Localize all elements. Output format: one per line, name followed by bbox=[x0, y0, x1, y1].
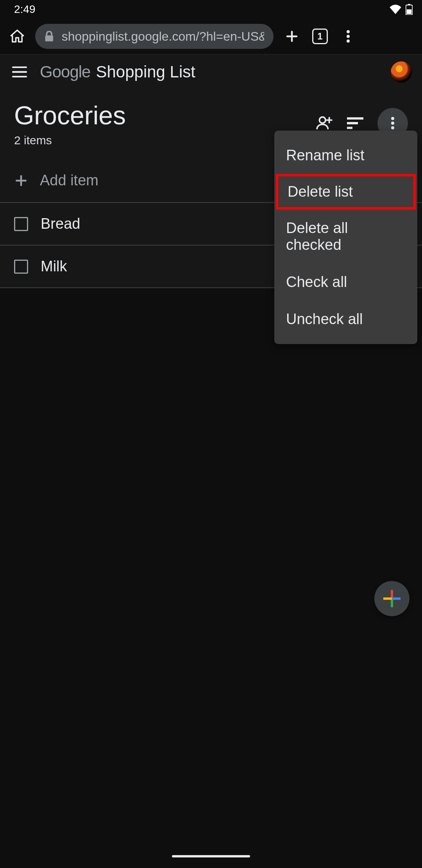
item-label: Bread bbox=[41, 215, 80, 232]
lock-icon bbox=[45, 31, 54, 42]
app-title-group: Google Shopping List bbox=[40, 63, 195, 81]
menu-check-all[interactable]: Check all bbox=[274, 264, 417, 301]
svg-point-9 bbox=[391, 122, 394, 125]
google-plus-icon bbox=[383, 590, 401, 607]
sort-button[interactable] bbox=[347, 117, 363, 129]
svg-point-7 bbox=[319, 117, 325, 123]
menu-rename-list[interactable]: Rename list bbox=[274, 137, 417, 174]
menu-delete-checked[interactable]: Delete all checked bbox=[274, 210, 417, 264]
app-header: Google Shopping List bbox=[0, 54, 422, 89]
hamburger-menu-button[interactable] bbox=[10, 66, 29, 77]
svg-point-10 bbox=[391, 126, 394, 129]
svg-point-4 bbox=[347, 30, 350, 33]
app-title: Shopping List bbox=[96, 63, 195, 81]
browser-toolbar: shoppinglist.google.com/?hl=en-US& 1 bbox=[0, 19, 422, 54]
system-nav-bar bbox=[0, 845, 422, 868]
browser-menu-button[interactable] bbox=[338, 29, 358, 43]
svg-rect-1 bbox=[408, 4, 410, 5]
plus-icon bbox=[285, 29, 299, 43]
menu-uncheck-all[interactable]: Uncheck all bbox=[274, 301, 417, 338]
svg-rect-3 bbox=[45, 35, 53, 41]
fab-add-list-button[interactable] bbox=[374, 581, 409, 616]
url-bar[interactable]: shoppinglist.google.com/?hl=en-US& bbox=[35, 24, 274, 49]
menu-delete-list[interactable]: Delete list bbox=[276, 174, 416, 210]
list-options-menu: Rename list Delete list Delete all check… bbox=[274, 131, 417, 344]
svg-point-8 bbox=[391, 117, 394, 120]
google-logo: Google bbox=[40, 63, 90, 81]
status-icons bbox=[389, 4, 413, 15]
list-title: Groceries bbox=[14, 102, 316, 128]
tabs-button[interactable]: 1 bbox=[310, 29, 330, 44]
svg-rect-2 bbox=[407, 9, 412, 14]
url-text: shoppinglist.google.com/?hl=en-US& bbox=[62, 29, 264, 44]
item-checkbox[interactable] bbox=[14, 260, 28, 274]
new-tab-button[interactable] bbox=[282, 29, 302, 43]
nav-handle[interactable] bbox=[172, 855, 250, 857]
person-add-icon bbox=[316, 115, 333, 131]
svg-point-6 bbox=[347, 39, 350, 43]
list-item-count: 2 items bbox=[14, 134, 316, 147]
more-vert-icon bbox=[391, 117, 394, 130]
item-checkbox[interactable] bbox=[14, 217, 28, 231]
svg-point-5 bbox=[347, 35, 350, 38]
battery-icon bbox=[406, 4, 413, 15]
more-vert-icon bbox=[347, 29, 350, 43]
item-label: Milk bbox=[41, 258, 67, 275]
browser-home-button[interactable] bbox=[8, 28, 27, 45]
home-icon bbox=[9, 28, 25, 45]
tab-count: 1 bbox=[312, 29, 328, 44]
status-time: 2:49 bbox=[14, 3, 36, 16]
status-bar: 2:49 bbox=[0, 0, 422, 19]
sort-icon bbox=[347, 117, 363, 129]
wifi-icon bbox=[389, 4, 402, 14]
user-avatar[interactable] bbox=[391, 61, 412, 82]
plus-icon bbox=[14, 174, 28, 188]
hamburger-icon bbox=[12, 66, 27, 77]
share-list-button[interactable] bbox=[316, 115, 333, 131]
add-item-placeholder: Add item bbox=[40, 172, 98, 189]
